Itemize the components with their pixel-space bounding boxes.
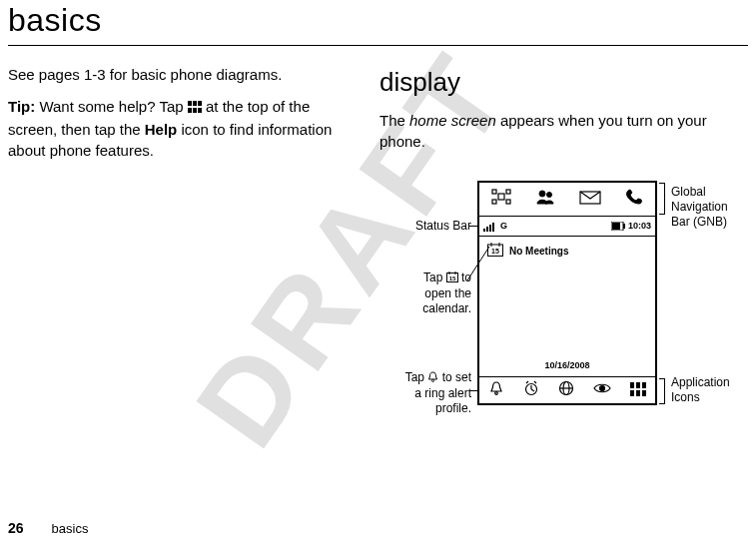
svg-rect-12 [506, 190, 510, 194]
gnb-l3: Bar (GNB) [671, 215, 727, 229]
tip-text-1: Want some help? Tap [35, 98, 188, 115]
app-icons-row [479, 376, 655, 404]
calendar-icon: 15 [446, 272, 458, 286]
cal-l3: open the [424, 286, 471, 300]
status-right: 10:03 [611, 220, 651, 233]
ring-l2: to set [438, 370, 471, 384]
svg-rect-11 [492, 190, 496, 194]
bracket-app [659, 378, 665, 404]
app-l1: Application [671, 375, 730, 389]
status-time: 10:03 [628, 220, 651, 233]
status-left: G [483, 220, 507, 233]
svg-rect-1 [193, 101, 197, 106]
app-clock-icon [523, 380, 539, 402]
svg-rect-41 [642, 390, 646, 396]
svg-rect-3 [188, 108, 192, 113]
section-title: display [379, 64, 748, 102]
battery-icon [611, 222, 625, 231]
gnb-l2: Navigation [671, 200, 728, 214]
svg-text:15: 15 [491, 248, 499, 255]
global-nav-bar [479, 183, 655, 217]
svg-rect-22 [492, 223, 494, 232]
label-app-icons: Application Icons [671, 375, 730, 405]
svg-rect-25 [612, 223, 620, 230]
svg-text:15: 15 [448, 275, 455, 281]
calendar-body-icon: 15 [487, 243, 503, 262]
app-grid-icon [630, 380, 646, 402]
svg-rect-19 [483, 229, 485, 232]
svg-point-30 [495, 392, 498, 395]
status-bar: G 10:03 [479, 217, 655, 237]
signal-icon [483, 222, 497, 232]
body-1: The [379, 112, 409, 129]
label-gnb: Global Navigation Bar (GNB) [671, 185, 728, 230]
gnb-mail-icon [579, 189, 601, 211]
no-meetings-row: 15 No Meetings [479, 237, 655, 262]
svg-rect-13 [492, 200, 496, 204]
leader-cal [467, 245, 489, 284]
body-italic: home screen [409, 112, 496, 129]
page-title: basics [8, 0, 748, 46]
svg-rect-37 [636, 382, 640, 388]
content-columns: See pages 1-3 for basic phone diagrams. … [0, 64, 756, 450]
left-column: See pages 1-3 for basic phone diagrams. … [8, 64, 348, 450]
phone-body: 15 No Meetings 10/16/2008 [479, 237, 655, 376]
status-g: G [500, 220, 507, 233]
tip-paragraph: Tip: Want some help? Tap at the top of t… [8, 96, 348, 162]
right-column: display The home screen appears when you… [379, 64, 748, 450]
ring-l3: a ring alert [414, 386, 471, 400]
bracket-gnb [659, 183, 665, 215]
phone-screen: G 10:03 15 No Meetings 10/16/2008 [477, 181, 657, 405]
svg-line-42 [467, 247, 489, 280]
svg-rect-24 [623, 224, 625, 229]
help-word: Help [145, 121, 178, 138]
intro-line: See pages 1-3 for basic phone diagrams. [8, 64, 348, 86]
app-eye-icon [593, 380, 611, 402]
svg-point-10 [432, 379, 434, 381]
label-calendar: Tap 15 to open the calendar. [422, 271, 471, 315]
svg-rect-36 [630, 382, 634, 388]
app-l2: Icons [671, 390, 700, 404]
gnb-phone-icon [625, 189, 643, 211]
svg-rect-39 [630, 390, 634, 396]
page-footer: 26 basics [8, 520, 88, 536]
svg-rect-15 [498, 194, 504, 200]
svg-rect-20 [486, 227, 488, 232]
label-ring: Tap to set a ring alert profile. [405, 370, 471, 415]
app-globe-icon [558, 380, 574, 402]
phone-date: 10/16/2008 [479, 359, 655, 372]
cal-l1: Tap [423, 271, 446, 284]
phone-figure: Status Bar Tap 15 to open the calendar. … [379, 181, 748, 450]
ring-l1: Tap [405, 370, 428, 384]
ring-l4: profile. [435, 401, 471, 415]
no-meetings-text: No Meetings [509, 245, 568, 260]
app-bell-icon [488, 380, 504, 402]
label-status-bar: Status Bar [415, 219, 471, 234]
tip-label: Tip: [8, 98, 35, 115]
svg-rect-0 [188, 101, 192, 106]
footer-label: basics [52, 521, 89, 536]
svg-rect-40 [636, 390, 640, 396]
grid-icon [188, 97, 202, 119]
gnb-camera-icon [491, 189, 511, 211]
svg-rect-4 [193, 108, 197, 113]
svg-rect-14 [506, 200, 510, 204]
svg-rect-38 [642, 382, 646, 388]
svg-rect-21 [489, 225, 491, 232]
gnb-l1: Global [671, 185, 706, 199]
svg-point-16 [539, 191, 545, 197]
svg-point-17 [547, 192, 552, 197]
cal-l4: calendar. [422, 301, 471, 315]
svg-point-35 [599, 385, 604, 390]
gnb-contacts-icon [535, 189, 555, 211]
bell-icon [427, 371, 438, 386]
page-number: 26 [8, 520, 24, 536]
display-body: The home screen appears when you turn on… [379, 110, 748, 154]
